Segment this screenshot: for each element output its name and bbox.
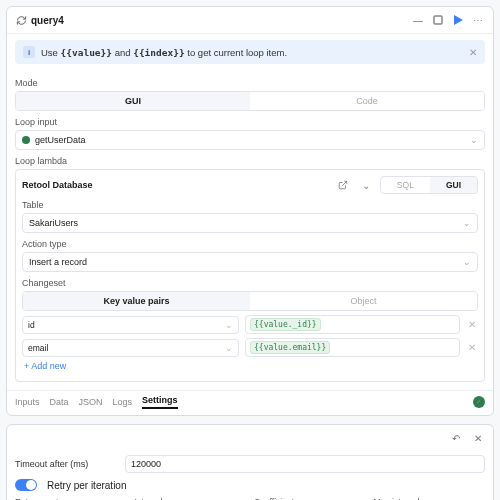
chevron-down-icon: ⌄ bbox=[225, 343, 233, 353]
db-dot-icon bbox=[22, 136, 30, 144]
resource-name[interactable]: Retool Database bbox=[22, 180, 328, 190]
minimize-icon[interactable]: — bbox=[411, 13, 425, 27]
chevron-down-icon: ⌄ bbox=[463, 218, 471, 228]
kv-value-field[interactable]: {{value._id}} bbox=[245, 315, 460, 334]
tab-json[interactable]: JSON bbox=[79, 397, 103, 407]
loop-input-label: Loop input bbox=[15, 117, 485, 127]
svg-rect-0 bbox=[434, 16, 442, 24]
mode-label: Mode bbox=[15, 78, 485, 88]
tab-object[interactable]: Object bbox=[250, 292, 477, 310]
success-icon: ✓ bbox=[473, 396, 485, 408]
undo-icon[interactable]: ↶ bbox=[449, 431, 463, 445]
settings-panel: ↶ ✕ Timeout after (ms) 120000 Retry per … bbox=[6, 424, 494, 500]
table-label: Table bbox=[22, 200, 478, 210]
chevron-down-icon: ⌄ bbox=[463, 257, 471, 267]
timeout-input[interactable]: 120000 bbox=[125, 455, 485, 473]
timeout-label: Timeout after (ms) bbox=[15, 459, 115, 469]
query-header: query4 — ⋯ bbox=[7, 7, 493, 34]
info-icon: i bbox=[23, 46, 35, 58]
kv-key-field[interactable]: email⌄ bbox=[22, 339, 239, 357]
tab-data[interactable]: Data bbox=[50, 397, 69, 407]
stop-icon[interactable] bbox=[431, 13, 445, 27]
mode-tabs: GUI Code bbox=[15, 91, 485, 111]
tab-settings[interactable]: Settings bbox=[142, 395, 178, 409]
loop-lambda-label: Loop lambda bbox=[15, 156, 485, 166]
bottom-tabs: Inputs Data JSON Logs Settings ✓ bbox=[7, 390, 493, 415]
kv-row: email⌄ {{value.email}} ✕ bbox=[22, 338, 478, 357]
chevron-down-icon: ⌄ bbox=[470, 135, 478, 145]
close-icon[interactable]: ✕ bbox=[471, 431, 485, 445]
more-icon[interactable]: ⋯ bbox=[471, 13, 485, 27]
tab-gui-inner[interactable]: GUI bbox=[430, 177, 477, 193]
tab-sql[interactable]: SQL bbox=[381, 177, 430, 193]
add-new-button[interactable]: + Add new bbox=[22, 357, 478, 375]
changeset-label: Changeset bbox=[22, 278, 478, 288]
resource-chevron-icon[interactable]: ⌄ bbox=[358, 178, 374, 193]
tab-gui[interactable]: GUI bbox=[16, 92, 250, 110]
query-title[interactable]: query4 bbox=[31, 15, 407, 26]
table-field[interactable]: SakariUsers ⌄ bbox=[22, 213, 478, 233]
tab-kv[interactable]: Key value pairs bbox=[23, 292, 250, 310]
action-value: Insert a record bbox=[29, 257, 87, 267]
close-icon[interactable]: ✕ bbox=[469, 47, 477, 58]
open-external-icon[interactable] bbox=[334, 178, 352, 192]
kv-row: id⌄ {{value._id}} ✕ bbox=[22, 315, 478, 334]
info-text: Use {{value}} and {{index}} to get curre… bbox=[41, 47, 287, 58]
action-field[interactable]: Insert a record ⌄ bbox=[22, 252, 478, 272]
tab-code[interactable]: Code bbox=[250, 92, 484, 110]
remove-row-icon[interactable]: ✕ bbox=[466, 342, 478, 353]
loop-input-field[interactable]: getUserData ⌄ bbox=[15, 130, 485, 150]
retry-per-iteration-label: Retry per iteration bbox=[47, 480, 126, 491]
run-icon[interactable] bbox=[451, 13, 465, 27]
table-value: SakariUsers bbox=[29, 218, 78, 228]
retry-per-iteration-toggle[interactable] bbox=[15, 479, 37, 491]
kv-value-field[interactable]: {{value.email}} bbox=[245, 338, 460, 357]
tab-logs[interactable]: Logs bbox=[113, 397, 133, 407]
svg-marker-1 bbox=[454, 15, 463, 25]
loop-lambda-box: Retool Database ⌄ SQL GUI Table SakariUs… bbox=[15, 169, 485, 382]
changeset-tabs: Key value pairs Object bbox=[22, 291, 478, 311]
info-banner: i Use {{value}} and {{index}} to get cur… bbox=[15, 40, 485, 64]
query-panel: query4 — ⋯ i Use {{value}} and {{index}}… bbox=[6, 6, 494, 416]
loop-input-value: getUserData bbox=[35, 135, 86, 145]
remove-row-icon[interactable]: ✕ bbox=[466, 319, 478, 330]
kv-key-field[interactable]: id⌄ bbox=[22, 316, 239, 334]
action-label: Action type bbox=[22, 239, 478, 249]
tab-inputs[interactable]: Inputs bbox=[15, 397, 40, 407]
loop-icon bbox=[15, 14, 27, 26]
chevron-down-icon: ⌄ bbox=[225, 320, 233, 330]
sql-gui-tabs: SQL GUI bbox=[380, 176, 478, 194]
